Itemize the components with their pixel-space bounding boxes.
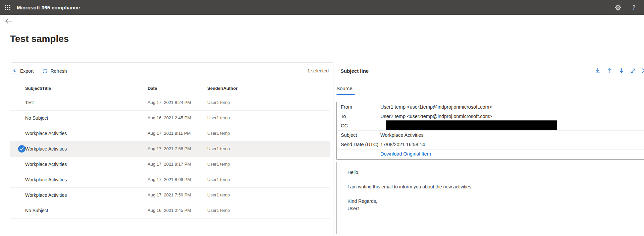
settings-gear-icon[interactable] — [611, 0, 625, 15]
cell-subject: No Subject — [25, 203, 48, 218]
cell-subject: Test — [25, 95, 34, 110]
email-body-line: User1 — [347, 205, 638, 213]
cell-date: Aug 17, 2021 8:09 PM — [148, 172, 191, 187]
refresh-label: Refresh — [50, 68, 67, 74]
email-body-line — [347, 176, 638, 184]
field-label: From — [341, 102, 352, 112]
cell-date: Aug 17, 2021 7:59 PM — [148, 187, 191, 203]
email-body-box: Hello, I am writing this email to inform… — [336, 162, 644, 234]
preview-header-divider — [333, 80, 644, 80]
check-circle-icon[interactable] — [18, 145, 25, 153]
field-label: To — [341, 112, 346, 121]
cell-date: Aug 17, 2021 8:24 PM — [148, 95, 191, 110]
field-label: Subject — [341, 130, 357, 140]
refresh-button[interactable]: Refresh — [42, 68, 67, 74]
cell-date: Aug 17, 2021 8:11 PM — [148, 126, 191, 141]
email-header-row-to: To User2 temp <user2temp@indproj.onmicro… — [337, 112, 644, 121]
cell-date: Aug 16, 2021 2:45 PM — [148, 203, 191, 218]
help-icon[interactable]: ? — [627, 0, 641, 15]
arrow-up-icon[interactable] — [607, 67, 613, 74]
pane-divider — [333, 62, 333, 236]
table-row[interactable]: No Subject Aug 16, 2021 2:45 PM User1 te… — [10, 203, 330, 219]
table-row[interactable]: Workplace Activities Aug 17, 2021 7:59 P… — [10, 187, 330, 203]
email-header-row-download: Download Original Item — [337, 149, 644, 159]
table-row[interactable]: No Subject Aug 16, 2021 2:45 PM User1 te… — [10, 110, 330, 126]
tab-source-underline — [336, 94, 355, 95]
redaction-bar — [386, 120, 557, 130]
cell-date: Aug 17, 2021 7:58 PM — [148, 141, 191, 157]
column-header-date[interactable]: Date — [148, 86, 157, 91]
cell-sender: User1 temp — [207, 187, 230, 203]
command-bar-divider — [12, 62, 333, 63]
tab-source[interactable]: Source — [336, 85, 353, 91]
cell-subject: Workplace Activities — [25, 157, 67, 172]
cell-sender: User1 temp — [207, 110, 230, 126]
email-body-line — [347, 191, 638, 198]
arrow-down-icon[interactable] — [619, 67, 625, 74]
email-body-line: Kind Regards, — [347, 198, 638, 205]
expand-icon[interactable] — [630, 67, 637, 74]
email-header-row-subject: Subject Workplace Activities — [337, 130, 644, 140]
email-body-line: I am writing this email to inform you ab… — [347, 183, 638, 191]
cell-subject: Workplace Activities — [25, 141, 67, 157]
command-bar: Export Refresh — [12, 66, 67, 76]
chevron-right-icon[interactable] — [640, 67, 644, 74]
table-row[interactable]: Test Aug 17, 2021 8:24 PM User1 temp — [10, 95, 330, 111]
field-value: User2 temp <user2temp@indproj.onmicrosof… — [380, 112, 492, 121]
cell-sender: User1 temp — [207, 126, 230, 141]
table-row[interactable]: Workplace Activities Aug 17, 2021 8:11 P… — [10, 126, 330, 141]
preview-pane-title: Subject line — [340, 68, 369, 74]
selected-count: 1 selected — [278, 68, 329, 73]
export-button[interactable]: Export — [12, 68, 34, 74]
cell-sender: User1 temp — [207, 95, 230, 110]
cell-sender: User1 temp — [207, 172, 230, 187]
column-header-sender[interactable]: Sender/Author — [207, 86, 237, 91]
cell-sender: User1 temp — [207, 157, 230, 172]
field-value: User1 temp <user1temp@indproj.onmicrosof… — [380, 102, 492, 112]
app-launcher-icon[interactable] — [0, 0, 15, 15]
export-download-icon — [12, 68, 17, 74]
refresh-icon — [42, 68, 48, 74]
column-header-subject[interactable]: Subject/Title — [25, 86, 51, 91]
page-title: Test samples — [10, 34, 69, 44]
back-arrow-icon[interactable] — [5, 17, 14, 26]
download-icon[interactable] — [595, 67, 601, 74]
cell-subject: No Subject — [25, 110, 48, 126]
app-title: Microsoft 365 compliance — [17, 5, 80, 10]
cell-sender: User1 temp — [207, 141, 230, 157]
table-row[interactable]: Workplace Activities Aug 17, 2021 8:17 P… — [10, 157, 330, 172]
table-row[interactable]: Workplace Activities Aug 17, 2021 8:09 P… — [10, 172, 330, 188]
field-label: CC — [341, 121, 348, 130]
email-body-line: Hello, — [347, 169, 638, 176]
email-header-row-cc: CC — [337, 121, 644, 131]
field-label: Send Date (UTC) — [341, 140, 378, 149]
export-label: Export — [20, 68, 34, 74]
email-header-row-from: From User1 temp <user1temp@indproj.onmic… — [337, 102, 644, 112]
cell-subject: Workplace Activities — [25, 187, 67, 203]
top-app-bar: Microsoft 365 compliance — [0, 0, 644, 15]
cell-date: Aug 16, 2021 2:45 PM — [148, 110, 191, 126]
cell-subject: Workplace Activities — [25, 126, 67, 141]
microsoft-365-compliance-window: Microsoft 365 compliance — [0, 0, 644, 236]
table-row-selected[interactable]: Workplace Activities Aug 17, 2021 7:58 P… — [10, 141, 330, 157]
cell-sender: User1 temp — [207, 203, 230, 218]
email-header-row-senddate: Send Date (UTC) 17/08/2021 16:58:14 — [337, 140, 644, 150]
field-value: Workplace Activities — [380, 130, 424, 140]
table-header: Subject/Title Date Sender/Author — [10, 81, 330, 95]
download-original-item-link[interactable]: Download Original Item — [380, 149, 431, 159]
cell-subject: Workplace Activities — [25, 172, 67, 187]
cell-date: Aug 17, 2021 8:17 PM — [148, 157, 191, 172]
field-value: 17/08/2021 16:58:14 — [380, 140, 425, 149]
email-header-box: From User1 temp <user1temp@indproj.onmic… — [336, 102, 644, 160]
